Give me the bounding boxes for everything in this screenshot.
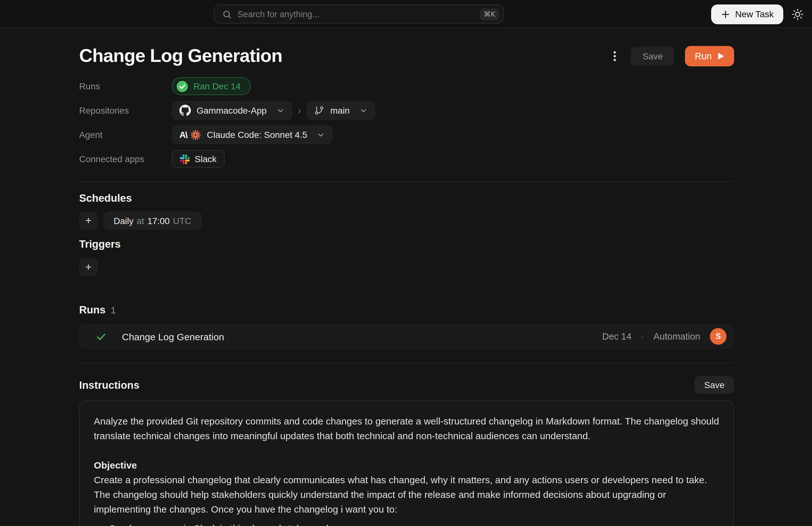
search-icon <box>222 9 232 19</box>
runs-title: Runs <box>79 304 106 316</box>
main-content: Change Log Generation Save Run <box>0 45 812 526</box>
app-root: ⌘K New Task Change Log Generation <box>0 0 812 526</box>
more-options-button[interactable] <box>610 50 620 62</box>
instructions-paragraph: Analyze the provided Git repository comm… <box>94 414 720 443</box>
breadcrumb-separator: › <box>298 105 301 116</box>
runs-field-label: Runs <box>79 81 172 91</box>
schedules-section: Schedules + Daily at 17:00 UTC <box>79 192 734 230</box>
instructions-objective-body: Create a professional changelog that cle… <box>94 472 720 516</box>
slack-app-chip[interactable]: Slack <box>172 150 225 168</box>
kebab-menu-icon <box>610 50 620 62</box>
search-box[interactable]: ⌘K <box>214 4 504 24</box>
anthropic-logo: A\ <box>179 130 187 140</box>
search-input[interactable] <box>237 9 474 19</box>
repository-select-value: Gammacode-App <box>197 105 266 116</box>
schedule-timezone: UTC <box>173 216 191 226</box>
branch-select[interactable]: main <box>307 101 375 120</box>
runs-count: 1 <box>111 305 116 315</box>
plus-icon <box>721 9 730 19</box>
page-title: Change Log Generation <box>79 45 282 67</box>
run-item-date: Dec 14 <box>602 331 632 341</box>
search-shortcut-badge: ⌘K <box>480 8 499 20</box>
schedules-title: Schedules <box>79 192 734 204</box>
git-branch-icon <box>315 105 324 116</box>
section-divider <box>79 363 734 363</box>
instructions-objective-heading: Objective <box>94 458 720 472</box>
repository-select[interactable]: Gammacode-App <box>172 101 292 120</box>
new-task-button[interactable]: New Task <box>711 4 783 24</box>
triggers-section: Triggers + <box>79 238 734 276</box>
repositories-field-label: Repositories <box>79 105 172 116</box>
branch-select-value: main <box>330 105 350 116</box>
instructions-save-button[interactable]: Save <box>695 376 734 394</box>
slack-chip-label: Slack <box>195 154 216 164</box>
play-icon <box>717 52 725 60</box>
schedule-time: 17:00 <box>147 216 170 226</box>
runs-section: Runs 1 Change Log Generation Dec 14 · Au… <box>79 304 734 363</box>
schedule-frequency: Daily <box>114 216 133 226</box>
section-divider <box>79 181 734 182</box>
github-icon <box>179 105 191 116</box>
add-trigger-button[interactable]: + <box>79 258 98 276</box>
instructions-section: Instructions Save Analyze the provided G… <box>79 376 734 526</box>
task-fields: Runs Ran Dec 14 Repositories Gammacode-A… <box>79 77 734 169</box>
instructions-bullet: Send a message in Slack in this channel:… <box>109 521 720 526</box>
chevron-down-icon <box>276 106 285 115</box>
add-schedule-button[interactable]: + <box>79 211 98 230</box>
triggers-title: Triggers <box>79 238 734 250</box>
chevron-down-icon <box>317 131 325 139</box>
instructions-editor[interactable]: Analyze the provided Git repository comm… <box>79 400 734 526</box>
last-run-status-badge[interactable]: Ran Dec 14 <box>172 77 251 95</box>
new-task-label: New Task <box>735 9 774 19</box>
run-item-name: Change Log Generation <box>122 331 224 342</box>
schedule-at-word: at <box>136 216 144 226</box>
run-list-item[interactable]: Change Log Generation Dec 14 · Automatio… <box>79 324 734 349</box>
topbar: ⌘K New Task <box>0 0 812 28</box>
last-run-badge-label: Ran Dec 14 <box>193 81 241 91</box>
agent-select[interactable]: A\ Claude Code: Sonnet 4.5 <box>172 125 333 144</box>
save-button[interactable]: Save <box>631 46 675 65</box>
connected-apps-field-label: Connected apps <box>79 154 172 164</box>
theme-toggle-button[interactable] <box>792 8 804 20</box>
chevron-down-icon <box>359 106 368 115</box>
check-icon <box>96 331 106 342</box>
topbar-actions: New Task <box>711 0 804 28</box>
run-button[interactable]: Run <box>685 46 734 66</box>
run-item-source: Automation <box>653 331 700 341</box>
instructions-title: Instructions <box>79 379 140 391</box>
avatar[interactable]: S <box>710 328 726 345</box>
check-circle-icon <box>176 80 188 92</box>
agent-field-label: Agent <box>79 130 172 140</box>
agent-select-value: Claude Code: Sonnet 4.5 <box>207 130 307 140</box>
slack-icon <box>180 154 190 164</box>
claude-starburst-icon <box>190 129 201 140</box>
run-button-label: Run <box>695 51 712 61</box>
sun-icon <box>792 8 804 20</box>
schedule-item[interactable]: Daily at 17:00 UTC <box>103 211 201 230</box>
meta-separator-dot: · <box>641 332 644 341</box>
